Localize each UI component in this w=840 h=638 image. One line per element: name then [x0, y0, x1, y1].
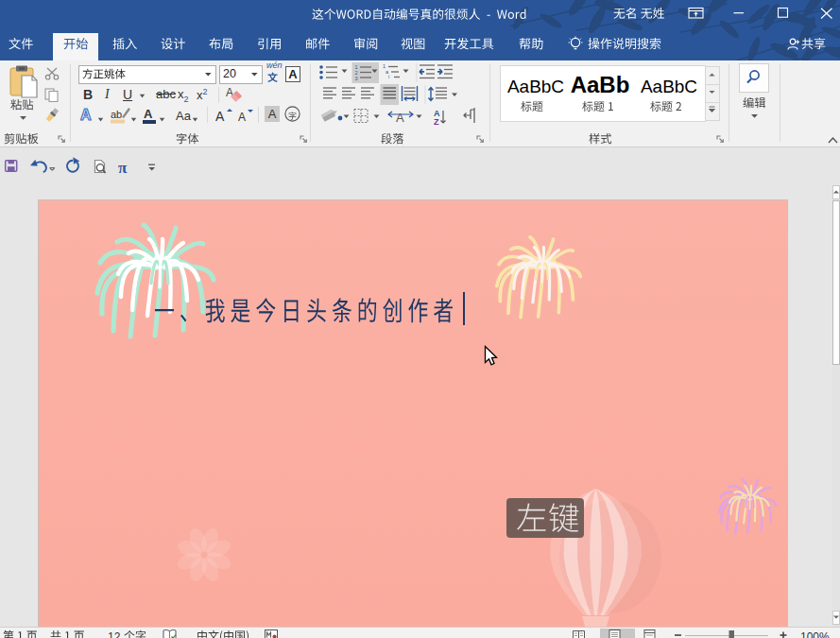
svg-text:i: i	[388, 74, 389, 79]
svg-text:3: 3	[355, 76, 358, 81]
svg-text:A: A	[215, 109, 225, 124]
svg-text:π: π	[118, 159, 128, 177]
svg-text:ab: ab	[111, 109, 122, 120]
svg-text:A: A	[238, 111, 246, 124]
svg-text:A: A	[144, 107, 153, 121]
svg-text:A: A	[396, 111, 404, 125]
svg-text:Z: Z	[434, 117, 439, 127]
